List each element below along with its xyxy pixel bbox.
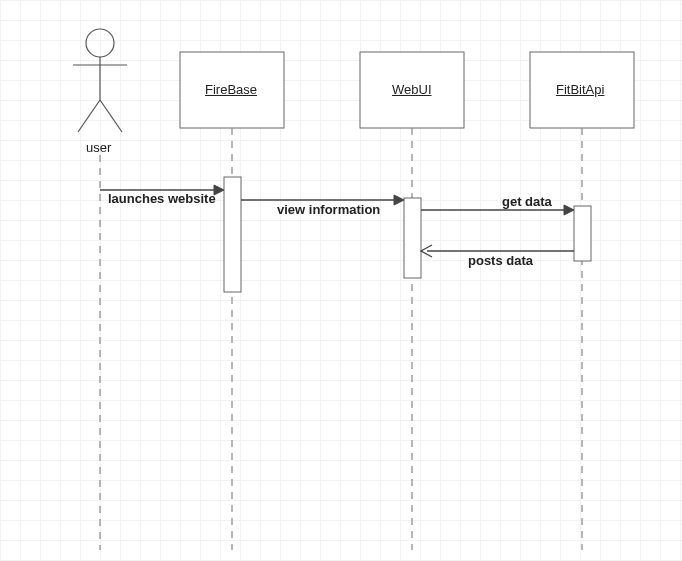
participant-webui-label: WebUI bbox=[392, 82, 432, 97]
svg-line-4 bbox=[100, 100, 122, 132]
participant-firebase-label: FireBase bbox=[205, 82, 257, 97]
svg-marker-8 bbox=[394, 195, 404, 205]
svg-line-3 bbox=[78, 100, 100, 132]
activation-firebase bbox=[224, 177, 241, 292]
svg-point-0 bbox=[86, 29, 114, 57]
svg-marker-10 bbox=[564, 205, 574, 215]
participant-fitbitapi-label: FitBitApi bbox=[556, 82, 604, 97]
message-get-data-label: get data bbox=[502, 194, 552, 209]
message-posts-data-label: posts data bbox=[468, 253, 533, 268]
activation-fitbitapi bbox=[574, 206, 591, 261]
activation-webui bbox=[404, 198, 421, 278]
actor-user bbox=[73, 29, 127, 132]
message-view-information-label: view information bbox=[277, 202, 380, 217]
actor-user-label: user bbox=[86, 140, 111, 155]
message-launches-website-label: launches website bbox=[108, 191, 216, 206]
